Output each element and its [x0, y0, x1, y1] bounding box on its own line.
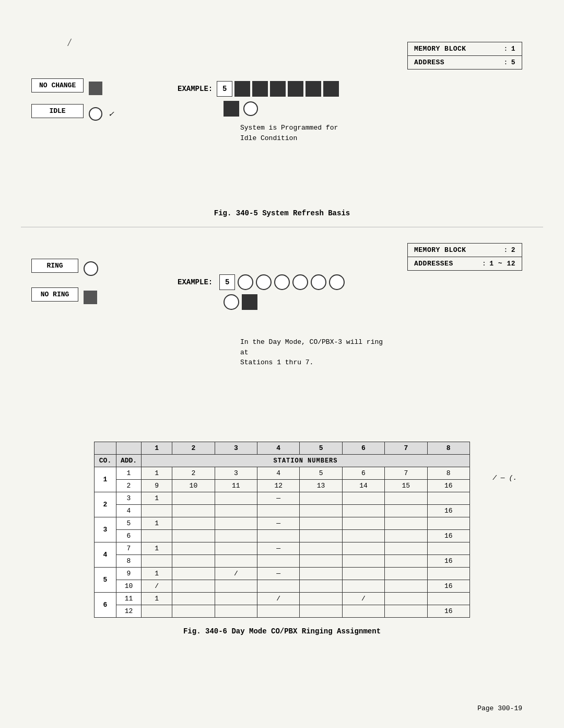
- th-empty2: [116, 442, 142, 455]
- val-cell: [300, 555, 342, 568]
- val-cell: [385, 542, 427, 555]
- no-ring-row: NO RING: [31, 287, 98, 307]
- val-cell: [385, 517, 427, 530]
- idle-row: IDLE ✓: [31, 104, 114, 123]
- val-cell: [385, 492, 427, 505]
- fig-caption-1: Fig. 340-5 System Refresh Basis: [0, 209, 564, 217]
- val-cell: [142, 605, 172, 618]
- ex-cell-filled-mid: [242, 294, 257, 310]
- th-1: 1: [142, 442, 172, 455]
- val-cell: [427, 492, 469, 505]
- example-cells-1: 5: [217, 81, 339, 97]
- add-cell: 4: [116, 505, 142, 517]
- checkmark: ✓: [109, 109, 114, 119]
- side-note: / — (.: [492, 474, 517, 482]
- val-cell: [142, 555, 172, 568]
- example-row1: EXAMPLE: 5: [178, 81, 339, 97]
- ex-cell-f2: [252, 81, 268, 97]
- val-cell: [215, 593, 257, 605]
- val-cell: [385, 580, 427, 593]
- val-cell: [385, 555, 427, 568]
- co-cell: 3: [95, 517, 116, 542]
- val-cell: [172, 580, 215, 593]
- th-3: 3: [215, 442, 257, 455]
- table-row: 471—: [95, 542, 470, 555]
- table-body: 11123456782910111213141516231—416351—616…: [95, 467, 470, 618]
- addresses-label: ADDRESSES: [414, 260, 479, 268]
- val-cell: 16: [427, 605, 469, 618]
- val-cell: [342, 542, 384, 555]
- val-cell: [427, 593, 469, 605]
- example-area-2: EXAMPLE: 5: [178, 274, 345, 310]
- val-cell: —: [257, 542, 299, 555]
- memory-block-label-2: MEMORY BLOCK: [414, 246, 500, 254]
- val-cell: 10: [172, 480, 215, 492]
- page: / MEMORY BLOCK : 1 ADDRESS : 5 NO CHANGE: [0, 0, 564, 728]
- val-cell: 7: [385, 467, 427, 480]
- val-cell: 14: [342, 480, 384, 492]
- ex-cell-f1: [234, 81, 250, 97]
- val-cell: [342, 605, 384, 618]
- val-cell: 3: [215, 467, 257, 480]
- val-cell: [172, 530, 215, 542]
- val-cell: 12: [257, 480, 299, 492]
- val-cell: 16: [427, 580, 469, 593]
- co-cell: 5: [95, 568, 116, 593]
- add-cell: 12: [116, 605, 142, 618]
- addresses-row: ADDRESSES : 1 ~ 12: [408, 257, 522, 270]
- table-row: 2910111213141516: [95, 480, 470, 492]
- ex-cell-5: 5: [217, 81, 232, 97]
- val-cell: [300, 517, 342, 530]
- val-cell: [300, 580, 342, 593]
- memory-block-row-2: MEMORY BLOCK : 2: [408, 244, 522, 257]
- sep4: :: [482, 260, 486, 268]
- val-cell: [300, 568, 342, 580]
- val-cell: [172, 593, 215, 605]
- val-cell: [342, 517, 384, 530]
- station-table: 1 2 3 4 5 6 7 8 CO. ADD. STATION NUMBERS: [94, 442, 470, 618]
- page-number: Page 300-19: [477, 704, 522, 712]
- add-header: ADD.: [116, 455, 142, 467]
- val-cell: [300, 605, 342, 618]
- add-cell: 11: [116, 593, 142, 605]
- th-8: 8: [427, 442, 469, 455]
- val-cell: —: [257, 568, 299, 580]
- ex-cell-f3: [270, 81, 286, 97]
- table-wrapper: 1 2 3 4 5 6 7 8 CO. ADD. STATION NUMBERS: [94, 442, 470, 618]
- table-row: 351—: [95, 517, 470, 530]
- val-cell: [215, 530, 257, 542]
- val-cell: 1: [142, 593, 172, 605]
- val-cell: [215, 605, 257, 618]
- val-cell: [172, 568, 215, 580]
- val-cell: /: [342, 593, 384, 605]
- val-cell: [385, 605, 427, 618]
- memory-block-val: 1: [511, 45, 515, 53]
- th-empty1: [95, 442, 116, 455]
- address-label: ADDRESS: [414, 59, 500, 66]
- ex-cell-f4: [288, 81, 303, 97]
- val-cell: [385, 568, 427, 580]
- co-header: CO.: [95, 455, 116, 467]
- val-cell: [300, 542, 342, 555]
- th-6: 6: [342, 442, 384, 455]
- val-cell: 1: [142, 467, 172, 480]
- val-cell: [215, 542, 257, 555]
- val-cell: [427, 568, 469, 580]
- val-cell: 11: [215, 480, 257, 492]
- ex-cell-f5: [306, 81, 321, 97]
- val-cell: /: [257, 593, 299, 605]
- add-cell: 10: [116, 580, 142, 593]
- th-2: 2: [172, 442, 215, 455]
- no-ring-icon: [84, 291, 97, 304]
- table-row: 231—: [95, 492, 470, 505]
- val-cell: [342, 568, 384, 580]
- table-container: 1 2 3 4 5 6 7 8 CO. ADD. STATION NUMBERS: [0, 442, 564, 618]
- table-row: 416: [95, 505, 470, 517]
- ex-circle-7: [329, 274, 345, 290]
- val-cell: [172, 517, 215, 530]
- val-cell: 1: [142, 492, 172, 505]
- val-cell: [257, 555, 299, 568]
- table-row: 1112345678: [95, 467, 470, 480]
- memory-block-row: MEMORY BLOCK : 1: [408, 42, 522, 56]
- val-cell: 4: [257, 467, 299, 480]
